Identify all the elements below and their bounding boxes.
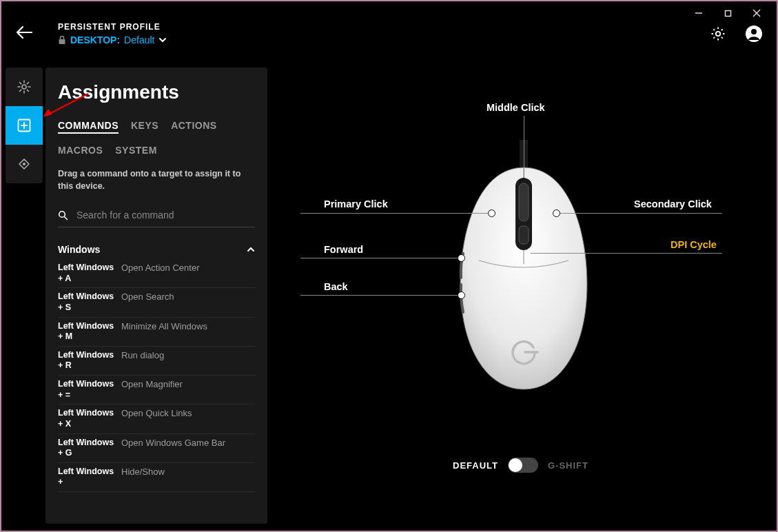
panel-tabs: COMMANDS KEYS ACTIONS MACROS SYSTEM [58, 120, 255, 156]
nav-lighting[interactable] [6, 68, 43, 106]
command-list[interactable]: Windows Left Windows + A Open Action Cen… [58, 240, 259, 524]
command-row[interactable]: Left Windows + = Open Magnifier [58, 376, 255, 405]
tab-actions[interactable]: ACTIONS [171, 120, 217, 134]
lock-icon [58, 35, 66, 45]
svg-point-8 [22, 85, 26, 89]
leader-line [555, 213, 722, 214]
account-button[interactable] [745, 25, 763, 43]
nav-sensitivity[interactable] [6, 145, 43, 183]
svg-line-15 [27, 83, 28, 84]
settings-button[interactable] [709, 25, 727, 43]
device-view: Middle Click Primary Click Secondary Cli… [267, 68, 774, 528]
svg-rect-1 [725, 10, 730, 16]
nav-rail [6, 68, 43, 183]
tab-commands[interactable]: COMMANDS [58, 120, 119, 134]
desktop-value: Default [124, 34, 154, 45]
command-row[interactable]: Left Windows + G Open Windows Game Bar [58, 434, 255, 463]
command-row[interactable]: Left Windows + R Run dialog [58, 347, 255, 376]
svg-point-5 [716, 32, 720, 36]
command-shortcut: Left Windows + = [58, 379, 117, 400]
svg-rect-4 [59, 39, 65, 44]
command-row[interactable]: Left Windows + Hide/Show [58, 463, 255, 492]
svg-line-13 [20, 83, 21, 84]
command-row[interactable]: Left Windows + A Open Action Center [58, 259, 255, 288]
toggle-label-default: DEFAULT [453, 460, 498, 471]
command-label: Run dialog [121, 350, 164, 362]
mouse-illustration [448, 140, 600, 395]
window-maximize-button[interactable] [723, 8, 733, 18]
svg-line-16 [20, 90, 21, 91]
command-shortcut: Left Windows + A [58, 263, 117, 284]
command-label: Open Quick Links [121, 408, 192, 420]
mouse-label-primary: Primary Click [324, 198, 388, 209]
profile-caption: PERSISTENT PROFILE [58, 22, 167, 32]
command-label: Open Search [121, 291, 174, 303]
search-input[interactable] [75, 209, 255, 221]
nav-assignments[interactable] [6, 106, 43, 145]
mouse-target-back[interactable] [458, 291, 465, 299]
back-button[interactable] [15, 25, 33, 43]
tab-system[interactable]: SYSTEM [115, 145, 157, 156]
svg-line-14 [27, 90, 28, 91]
command-row[interactable]: Left Windows + X Open Quick Links [58, 405, 255, 433]
command-group-name: Windows [58, 244, 100, 255]
svg-point-20 [23, 163, 25, 165]
command-label: Open Windows Game Bar [121, 438, 225, 449]
command-row[interactable]: Left Windows + S Open Search [58, 288, 255, 317]
command-label: Hide/Show [121, 467, 165, 478]
mode-toggle[interactable] [508, 458, 538, 473]
command-shortcut: Left Windows + X [58, 408, 117, 429]
panel-title: Assignments [58, 81, 255, 103]
command-shortcut: Left Windows + S [58, 291, 117, 313]
toggle-label-gshift: G-SHIFT [548, 460, 588, 471]
leader-line [300, 213, 490, 214]
tab-keys[interactable]: KEYS [131, 120, 158, 134]
leader-line [300, 258, 460, 258]
mouse-label-secondary: Secondary Click [634, 198, 712, 209]
mouse-target-secondary[interactable] [553, 209, 560, 217]
window-close-button[interactable] [752, 8, 761, 18]
leader-line [300, 295, 460, 296]
mouse-label-back: Back [324, 281, 348, 292]
command-shortcut: Left Windows + M [58, 321, 117, 342]
svg-line-22 [65, 216, 68, 219]
leader-line [531, 253, 722, 254]
tab-macros[interactable]: MACROS [58, 145, 103, 156]
command-shortcut: Left Windows + G [58, 438, 117, 459]
window-minimize-button[interactable] [694, 8, 704, 18]
command-label: Open Magnifier [121, 379, 183, 391]
profile-selector[interactable]: DESKTOP: Default [58, 34, 167, 45]
chevron-up-icon [247, 246, 255, 253]
assignments-panel: Assignments COMMANDS KEYS ACTIONS MACROS… [45, 68, 267, 524]
search-icon [58, 210, 68, 221]
command-shortcut: Left Windows + R [58, 350, 117, 371]
command-label: Minimize All Windows [121, 321, 207, 333]
desktop-label: DESKTOP: [70, 34, 120, 45]
svg-point-7 [751, 29, 757, 34]
chevron-down-icon [158, 37, 167, 43]
command-row[interactable]: Left Windows + M Minimize All Windows [58, 318, 255, 347]
mouse-target-forward[interactable] [458, 254, 465, 262]
svg-rect-26 [519, 183, 529, 221]
command-shortcut: Left Windows + [58, 467, 117, 488]
mouse-target-primary[interactable] [488, 209, 495, 217]
mouse-label-dpi: DPI Cycle [670, 239, 717, 250]
mouse-label-forward: Forward [324, 244, 363, 255]
mouse-label-middle: Middle Click [487, 102, 545, 113]
leader-line [524, 116, 524, 178]
panel-hint: Drag a command onto a target to assign i… [58, 168, 255, 192]
command-group-header[interactable]: Windows [58, 240, 255, 259]
command-label: Open Action Center [121, 263, 199, 274]
svg-rect-27 [519, 226, 529, 244]
